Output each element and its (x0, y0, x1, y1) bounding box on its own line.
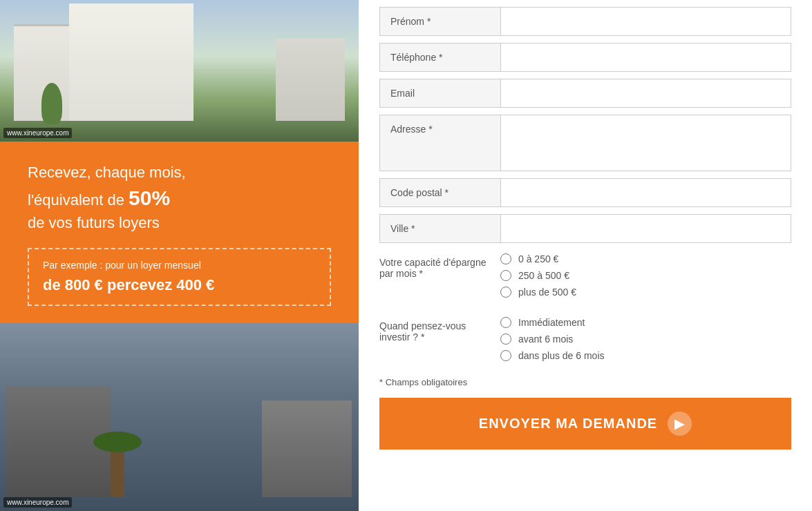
prenom-input[interactable] (501, 8, 791, 35)
quand-section: Quand pensez-vous investir ? * Immédiate… (379, 314, 791, 370)
email-label: Email (380, 79, 501, 107)
adresse-group: Adresse * (379, 115, 791, 171)
required-note: * Champs obligatoires (379, 377, 791, 387)
capacite-label: Votre capacité d'épargne par mois * (379, 250, 500, 286)
dashed-example-box: Par exemple : pour un loyer mensuel de 8… (28, 248, 331, 306)
top-building-image: www.xineurope.com (0, 0, 359, 142)
promo-panel: Recevez, chaque mois, l'équivalent de 50… (0, 142, 359, 323)
quand-options: Immédiatement avant 6 mois dans plus de … (500, 314, 791, 370)
left-panel: www.xineurope.com Recevez, chaque mois, … (0, 0, 359, 511)
quand-radio-3[interactable] (500, 350, 511, 361)
watermark-bottom: www.xineurope.com (3, 497, 72, 508)
promo-text: Recevez, chaque mois, l'équivalent de 50… (28, 162, 331, 234)
ville-group: Ville * (379, 214, 791, 243)
form-panel: Prénom * Téléphone * Email Adresse * Cod… (359, 0, 812, 511)
code-postal-group: Code postal * (379, 178, 791, 207)
capacite-radio-3[interactable] (500, 287, 511, 298)
capacite-option-2[interactable]: 250 à 500 € (500, 270, 791, 281)
quand-option-2[interactable]: avant 6 mois (500, 334, 791, 345)
capacite-radio-1[interactable] (500, 253, 511, 264)
ville-input[interactable] (501, 215, 791, 242)
watermark-top: www.xineurope.com (3, 128, 72, 138)
quand-radio-2[interactable] (500, 334, 511, 345)
capacite-option-1[interactable]: 0 à 250 € (500, 253, 791, 264)
capacite-section: Votre capacité d'épargne par mois * 0 à … (379, 250, 791, 307)
prenom-group: Prénom * (379, 7, 791, 36)
quand-radio-1[interactable] (500, 317, 511, 328)
example-label: Par exemple : pour un loyer mensuel (43, 260, 316, 271)
quand-option-1[interactable]: Immédiatement (500, 317, 791, 328)
capacite-radio-2[interactable] (500, 270, 511, 281)
telephone-input[interactable] (501, 44, 791, 71)
capacite-option-3[interactable]: plus de 500 € (500, 287, 791, 298)
adresse-input[interactable] (501, 115, 791, 171)
prenom-label: Prénom * (380, 8, 501, 35)
quand-option-3[interactable]: dans plus de 6 mois (500, 350, 791, 361)
quand-label: Quand pensez-vous investir ? * (379, 314, 500, 349)
ville-label: Ville * (380, 215, 501, 242)
capacite-options: 0 à 250 € 250 à 500 € plus de 500 € (500, 250, 791, 307)
code-postal-input[interactable] (501, 179, 791, 206)
telephone-group: Téléphone * (379, 43, 791, 72)
submit-button[interactable]: ENVOYER MA DEMANDE ▶ (379, 398, 791, 450)
example-amount: de 800 € percevez 400 € (43, 276, 316, 294)
email-input[interactable] (501, 79, 791, 107)
email-group: Email (379, 79, 791, 108)
code-postal-label: Code postal * (380, 179, 501, 206)
adresse-label: Adresse * (380, 115, 501, 171)
arrow-right-icon: ▶ (668, 412, 692, 436)
telephone-label: Téléphone * (380, 44, 501, 71)
bottom-building-image: www.xineurope.com (0, 323, 359, 511)
submit-label: ENVOYER MA DEMANDE (479, 416, 657, 432)
